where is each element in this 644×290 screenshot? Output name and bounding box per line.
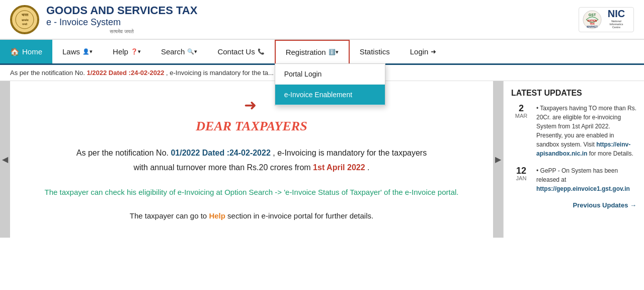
notif-para1-mid: , e-Invoicing is mandatory for the taxpa… bbox=[273, 149, 427, 157]
eligibility-text-content: The taxpayer can check his eligibility o… bbox=[45, 188, 459, 196]
scroll-left-button[interactable]: ◀ bbox=[0, 81, 10, 238]
nav-laws[interactable]: Laws 👤▾ bbox=[52, 40, 103, 63]
help-paragraph: The taxpayer can go to Help section in e… bbox=[30, 209, 473, 223]
update-text-2: • GePP - On System has been released at … bbox=[536, 166, 636, 193]
help-pre: The taxpayer can go to bbox=[130, 211, 209, 220]
einvoice-enablement-label: e-Invoice Enablement bbox=[284, 91, 352, 99]
home-icon: 🏠 bbox=[10, 47, 20, 56]
notification-paragraph-1: As per the notification No. 01/2022 Date… bbox=[30, 146, 473, 175]
government-emblem: भारत सत्यमेव जयते bbox=[10, 5, 39, 34]
update-link-post-1: for more Details. bbox=[589, 150, 633, 157]
notif-para1-end: . bbox=[367, 163, 369, 172]
update-item-1: 2 MAR • Taxpayers having TO more than Rs… bbox=[511, 104, 636, 158]
satyamev-label: सत्यमेव जयते bbox=[46, 29, 197, 35]
update-text-1: • Taxpayers having TO more than Rs. 20Cr… bbox=[536, 104, 636, 158]
nav-help-label: Help bbox=[113, 47, 128, 56]
login-arrow-icon: ➜ bbox=[431, 48, 436, 55]
notification-link[interactable]: 01/2022 Dated :24-02-2022 bbox=[171, 149, 270, 157]
update-day-1: 2 bbox=[511, 104, 531, 113]
update-month-2: JAN bbox=[511, 175, 531, 181]
latest-updates-title: LATEST UPDATES bbox=[511, 89, 636, 98]
help-icon: ❓▾ bbox=[131, 48, 141, 55]
svg-text:GST: GST bbox=[589, 13, 596, 17]
nav-home-label: Home bbox=[22, 47, 42, 56]
update-date-2: 12 JAN bbox=[511, 166, 531, 181]
nav-contact-label: Contact Us bbox=[217, 47, 255, 56]
nav-login[interactable]: Login ➜ bbox=[400, 40, 447, 63]
notif-para1-line2: with annual turnover more than Rs.20 cro… bbox=[134, 163, 313, 172]
ntm-logo: GST NATION TAX MARKET NIC National Infor… bbox=[579, 7, 634, 32]
arrow-annotation: ➜ bbox=[244, 96, 257, 114]
portal-login-label: Portal Login bbox=[284, 70, 322, 78]
dear-taxpayers-heading: DEAR TAXPAYERS bbox=[30, 119, 473, 134]
nav-search[interactable]: Search 🔍▾ bbox=[151, 40, 208, 63]
eligibility-paragraph: The taxpayer can check his eligibility o… bbox=[30, 185, 473, 199]
phone-icon: 📞 bbox=[258, 48, 265, 55]
update-month-1: MAR bbox=[511, 113, 531, 119]
update-link-2[interactable]: https://gepp.einvoice1.gst.gov.in bbox=[536, 185, 630, 192]
nav-search-label: Search bbox=[161, 47, 185, 56]
help-post: section in e-invoice portal for further … bbox=[227, 211, 373, 220]
site-title: GOODS AND SERVICES TAX e - Invoice Syste… bbox=[46, 4, 197, 35]
dropdown-portal-login[interactable]: Portal Login bbox=[275, 64, 385, 85]
nav-registration-wrapper: Registration ℹ️▾ Portal Login e-Invoice … bbox=[275, 40, 350, 63]
sub-title: e - Invoice System bbox=[46, 17, 197, 28]
center-content: ➜ DEAR TAXPAYERS As per the notification… bbox=[10, 81, 493, 238]
svg-text:भारत: भारत bbox=[22, 13, 29, 17]
laws-icon: 👤▾ bbox=[83, 48, 93, 55]
nav-registration[interactable]: Registration ℹ️▾ bbox=[275, 40, 350, 63]
notification-date: 1st April 2022 bbox=[313, 163, 365, 172]
search-icon: 🔍▾ bbox=[187, 48, 197, 55]
nav-contact[interactable]: Contact Us 📞 bbox=[207, 40, 274, 63]
update-day-2: 12 bbox=[511, 166, 531, 175]
header-right: GST NATION TAX MARKET NIC National Infor… bbox=[579, 7, 634, 32]
header: भारत सत्यमेव जयते GOODS AND SERVICES TAX… bbox=[0, 0, 644, 40]
previous-updates-link[interactable]: Previous Updates → bbox=[511, 201, 636, 209]
scroll-right-button[interactable]: ▶ bbox=[493, 81, 503, 238]
ticker-notification-no: 1/2022 Dated :24-02-2022 bbox=[87, 69, 164, 77]
registration-info-icon: ℹ️▾ bbox=[329, 49, 339, 55]
update-bullet-2: GePP - On System has been released at bbox=[536, 167, 618, 183]
svg-text:जयते: जयते bbox=[22, 23, 28, 26]
registration-dropdown: Portal Login e-Invoice Enablement bbox=[275, 63, 385, 106]
update-item-2: 12 JAN • GePP - On System has been relea… bbox=[511, 166, 636, 193]
nav-statistics[interactable]: Statistics bbox=[350, 40, 400, 63]
help-link[interactable]: Help bbox=[209, 211, 225, 220]
notif-para1-pre: As per the notification No. bbox=[76, 149, 171, 157]
svg-text:Centre: Centre bbox=[612, 26, 620, 29]
main-title: GOODS AND SERVICES TAX bbox=[46, 4, 197, 17]
nav-laws-label: Laws bbox=[62, 47, 80, 56]
ticker-middle: , e-Invoicing is mandatory for the ta... bbox=[166, 69, 274, 77]
svg-text:NIC: NIC bbox=[608, 8, 625, 19]
nav-statistics-label: Statistics bbox=[360, 47, 390, 56]
ticker-prefix: As per the notification No. bbox=[10, 69, 87, 77]
header-left: भारत सत्यमेव जयते GOODS AND SERVICES TAX… bbox=[10, 4, 197, 35]
svg-text:MARKET: MARKET bbox=[587, 25, 597, 28]
nav-home[interactable]: 🏠 Home bbox=[0, 40, 52, 63]
update-date-1: 2 MAR bbox=[511, 104, 531, 119]
nav-help[interactable]: Help ❓▾ bbox=[103, 40, 151, 63]
nav-login-label: Login bbox=[410, 47, 429, 56]
dropdown-einvoice-enablement[interactable]: e-Invoice Enablement bbox=[275, 85, 385, 105]
navbar: 🏠 Home Laws 👤▾ Help ❓▾ Search 🔍▾ Contact… bbox=[0, 40, 644, 65]
svg-text:सत्यमेव: सत्यमेव bbox=[21, 19, 29, 22]
right-sidebar: LATEST UPDATES 2 MAR • Taxpayers having … bbox=[503, 81, 644, 238]
nav-registration-label: Registration bbox=[286, 48, 326, 56]
